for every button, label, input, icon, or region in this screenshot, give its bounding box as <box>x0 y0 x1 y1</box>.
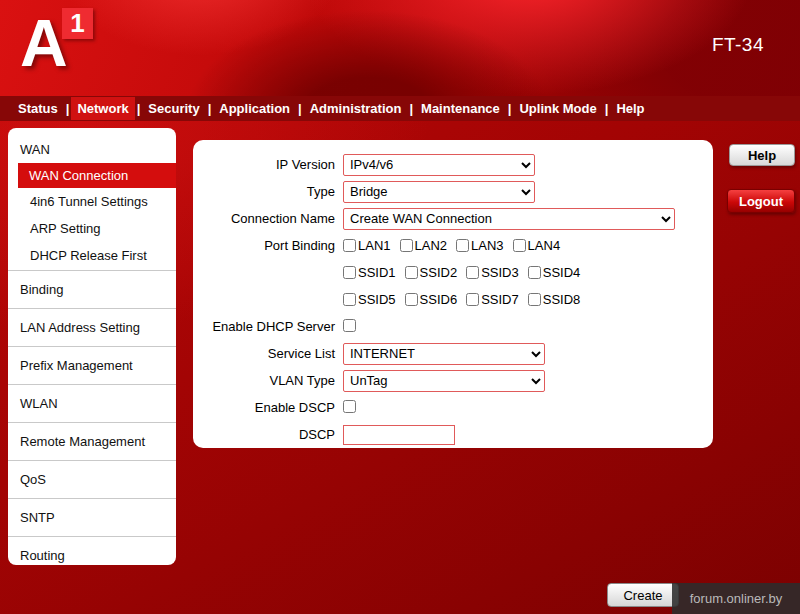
sidebar-divider <box>8 422 176 423</box>
port-binding-ssid6[interactable]: SSID6 <box>405 292 458 307</box>
port-binding-lan3[interactable]: LAN3 <box>456 238 504 253</box>
dscp-row: DSCP <box>193 422 713 447</box>
port-binding-lan2[interactable]: LAN2 <box>400 238 448 253</box>
port-binding-ssid8[interactable]: SSID8 <box>528 292 581 307</box>
enable-dscp-checkbox[interactable] <box>343 400 356 413</box>
main-nav: Status | Network | Security | Applicatio… <box>0 96 800 121</box>
create-button[interactable]: Create <box>607 583 679 607</box>
device-model: FT-34 <box>712 34 764 56</box>
vlan-type-label: VLAN Type <box>193 373 343 388</box>
ssid6-label: SSID6 <box>420 292 458 307</box>
lan3-label: LAN3 <box>471 238 504 253</box>
a1-logo: A 1 <box>20 6 110 82</box>
ssid3-label: SSID3 <box>481 265 519 280</box>
port-binding-ssid4[interactable]: SSID4 <box>528 265 581 280</box>
nav-separator: | <box>206 101 214 116</box>
lan4-label: LAN4 <box>528 238 561 253</box>
a1-logo-letter: A <box>20 6 68 80</box>
ssid1-checkbox[interactable] <box>343 266 356 279</box>
port-binding-row-ssid5-8: SSID5 SSID6 SSID7 SSID8 <box>193 287 713 312</box>
port-binding-ssid1-4-group: SSID1 SSID2 SSID3 SSID4 <box>343 265 589 280</box>
sidebar-item-dhcp-release-first[interactable]: DHCP Release First <box>8 242 176 269</box>
ssid8-label: SSID8 <box>543 292 581 307</box>
sidebar-item-wlan[interactable]: WLAN <box>8 386 176 421</box>
port-binding-lan1[interactable]: LAN1 <box>343 238 391 253</box>
router-admin-page: A 1 FT-34 Status | Network | Security | … <box>0 0 800 614</box>
sidebar-item-lan-address-setting[interactable]: LAN Address Setting <box>8 310 176 345</box>
sidebar-item-routing[interactable]: Routing <box>8 538 176 565</box>
sidebar-item-arp-setting[interactable]: ARP Setting <box>8 215 176 242</box>
port-binding-ssid2[interactable]: SSID2 <box>405 265 458 280</box>
ssid3-checkbox[interactable] <box>466 266 479 279</box>
port-binding-ssid1[interactable]: SSID1 <box>343 265 396 280</box>
header: A 1 FT-34 <box>0 0 800 96</box>
ssid7-checkbox[interactable] <box>466 293 479 306</box>
port-binding-ssid5[interactable]: SSID5 <box>343 292 396 307</box>
ssid8-checkbox[interactable] <box>528 293 541 306</box>
wan-connection-form: IP Version IPv4/v6 Type Bridge Connectio… <box>193 140 713 448</box>
nav-item-security[interactable]: Security <box>142 97 205 120</box>
logout-button[interactable]: Logout <box>727 189 795 213</box>
type-select[interactable]: Bridge <box>343 181 535 203</box>
port-binding-label: Port Binding <box>193 238 343 253</box>
lan3-checkbox[interactable] <box>456 239 469 252</box>
vlan-type-select[interactable]: UnTag <box>343 370 545 392</box>
service-list-select[interactable]: INTERNET <box>343 343 545 365</box>
ssid5-label: SSID5 <box>358 292 396 307</box>
port-binding-lan4[interactable]: LAN4 <box>513 238 561 253</box>
nav-separator: | <box>506 101 514 116</box>
enable-dhcp-server-row: Enable DHCP Server <box>193 314 713 339</box>
type-label: Type <box>193 184 343 199</box>
nav-item-network[interactable]: Network <box>71 97 134 120</box>
port-binding-lan-group: LAN1 LAN2 LAN3 LAN4 <box>343 238 569 253</box>
nav-separator: | <box>407 101 415 116</box>
nav-separator: | <box>296 101 304 116</box>
sidebar-item-sntp[interactable]: SNTP <box>8 500 176 535</box>
connection-name-select[interactable]: Create WAN Connection <box>343 208 675 230</box>
ssid4-label: SSID4 <box>543 265 581 280</box>
a1-logo-square: 1 <box>62 8 93 39</box>
lan1-checkbox[interactable] <box>343 239 356 252</box>
sidebar-item-remote-management[interactable]: Remote Management <box>8 424 176 459</box>
nav-item-status[interactable]: Status <box>12 97 64 120</box>
enable-dhcp-server-checkbox[interactable] <box>343 319 356 332</box>
dscp-label: DSCP <box>193 427 343 442</box>
ssid2-checkbox[interactable] <box>405 266 418 279</box>
ssid7-label: SSID7 <box>481 292 519 307</box>
nav-item-maintenance[interactable]: Maintenance <box>415 97 506 120</box>
nav-item-administration[interactable]: Administration <box>304 97 408 120</box>
dscp-input[interactable] <box>343 425 455 445</box>
lan2-checkbox[interactable] <box>400 239 413 252</box>
sidebar-divider <box>8 384 176 385</box>
nav-separator: | <box>64 101 72 116</box>
enable-dhcp-server-wrap <box>343 318 356 336</box>
ssid5-checkbox[interactable] <box>343 293 356 306</box>
lan1-label: LAN1 <box>358 238 391 253</box>
lan2-label: LAN2 <box>415 238 448 253</box>
sidebar-item-wan[interactable]: WAN <box>8 134 176 163</box>
sidebar-item-binding[interactable]: Binding <box>8 272 176 307</box>
ip-version-select[interactable]: IPv4/v6 <box>343 154 535 176</box>
vlan-type-row: VLAN Type UnTag <box>193 368 713 393</box>
lan4-checkbox[interactable] <box>513 239 526 252</box>
port-binding-ssid7[interactable]: SSID7 <box>466 292 519 307</box>
port-binding-ssid5-8-group: SSID5 SSID6 SSID7 SSID8 <box>343 292 589 307</box>
sidebar-divider <box>8 346 176 347</box>
watermark: forum.onliner.by <box>672 583 800 614</box>
ssid6-checkbox[interactable] <box>405 293 418 306</box>
help-button[interactable]: Help <box>729 144 795 166</box>
enable-dscp-wrap <box>343 399 356 417</box>
port-binding-ssid3[interactable]: SSID3 <box>466 265 519 280</box>
nav-item-application[interactable]: Application <box>213 97 296 120</box>
sidebar-item-qos[interactable]: QoS <box>8 462 176 497</box>
enable-dhcp-server-label: Enable DHCP Server <box>193 319 343 334</box>
enable-dscp-row: Enable DSCP <box>193 395 713 420</box>
nav-separator: | <box>135 101 143 116</box>
ssid4-checkbox[interactable] <box>528 266 541 279</box>
connection-name-row: Connection Name Create WAN Connection <box>193 206 713 231</box>
sidebar-item-prefix-management[interactable]: Prefix Management <box>8 348 176 383</box>
nav-item-help[interactable]: Help <box>610 97 650 120</box>
nav-item-uplink-mode[interactable]: Uplink Mode <box>513 97 602 120</box>
sidebar-item-wan-connection[interactable]: WAN Connection <box>18 163 176 188</box>
sidebar-item-4in6-tunnel-settings[interactable]: 4in6 Tunnel Settings <box>8 188 176 215</box>
